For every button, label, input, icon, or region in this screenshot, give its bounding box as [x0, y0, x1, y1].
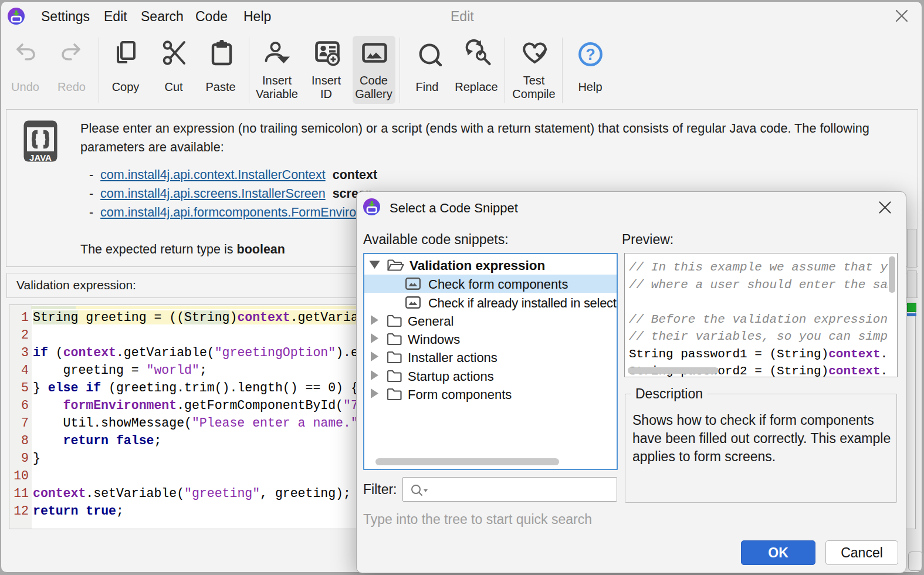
svg-text:?: ? — [585, 46, 595, 63]
svg-text:JAVA: JAVA — [29, 153, 52, 163]
